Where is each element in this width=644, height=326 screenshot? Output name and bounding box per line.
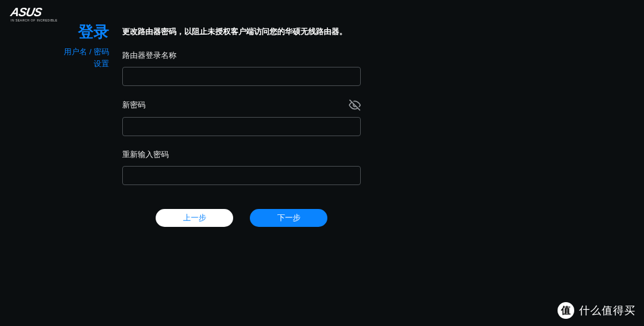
instruction-text: 更改路由器密码，以阻止未授权客户端访问您的华硕无线路由器。 — [122, 26, 361, 37]
retype-password-label: 重新输入密码 — [122, 149, 169, 160]
subtitle-line2: 设置 — [94, 59, 109, 68]
login-name-input[interactable] — [122, 67, 361, 86]
watermark: 值 什么值得买 — [558, 302, 636, 319]
subtitle-line1: 用户名 / 密码 — [64, 47, 109, 56]
main-form: 更改路由器密码，以阻止未授权客户端访问您的华硕无线路由器。 路由器登录名称 新密… — [116, 23, 361, 227]
login-name-label: 路由器登录名称 — [122, 50, 177, 61]
brand-tagline: IN SEARCH OF INCREDIBLE — [11, 19, 57, 22]
watermark-badge: 值 — [558, 302, 574, 319]
page-subtitle: 用户名 / 密码 设置 — [60, 46, 109, 69]
login-name-group: 路由器登录名称 — [122, 50, 361, 86]
prev-button[interactable]: 上一步 — [156, 209, 233, 227]
next-button[interactable]: 下一步 — [250, 209, 327, 227]
watermark-text: 什么值得买 — [579, 303, 636, 318]
new-password-group: 新密码 — [122, 99, 361, 136]
brand-name: ASUS — [10, 6, 58, 18]
page-container: 登录 用户名 / 密码 设置 更改路由器密码，以阻止未授权客户端访问您的华硕无线… — [0, 0, 644, 227]
retype-password-input[interactable] — [122, 166, 361, 185]
new-password-input[interactable] — [122, 117, 361, 136]
eye-off-icon[interactable] — [349, 99, 361, 111]
sidebar: 登录 用户名 / 密码 设置 — [60, 23, 116, 227]
retype-password-group: 重新输入密码 — [122, 149, 361, 185]
button-row: 上一步 下一步 — [122, 209, 361, 227]
brand-logo: ASUS IN SEARCH OF INCREDIBLE — [11, 6, 57, 22]
page-title: 登录 — [60, 23, 109, 41]
new-password-label: 新密码 — [122, 100, 145, 110]
